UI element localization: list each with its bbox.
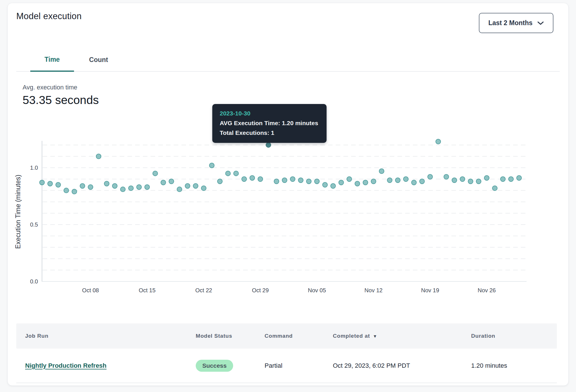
data-point[interactable] (80, 183, 85, 188)
chart-tabs: Time Count (16, 48, 560, 72)
data-point[interactable] (339, 180, 344, 185)
sort-desc-icon: ▼ (373, 334, 377, 338)
data-point[interactable] (460, 177, 465, 181)
tab-count[interactable]: Count (83, 48, 115, 71)
data-point[interactable] (137, 185, 141, 189)
date-range-label: Last 2 Months (488, 19, 533, 27)
data-point[interactable] (161, 180, 166, 185)
data-point[interactable] (428, 174, 433, 179)
data-point[interactable] (193, 183, 198, 188)
data-point[interactable] (48, 181, 53, 186)
chart-tooltip: 2023-10-30 AVG Execution Time: 1.20 minu… (212, 104, 327, 143)
x-tick-label: Oct 29 (252, 287, 269, 293)
data-point[interactable] (347, 177, 352, 181)
data-point[interactable] (177, 187, 182, 192)
page: { "header": { "title": "Model execution"… (0, 0, 576, 392)
data-point[interactable] (217, 179, 222, 184)
data-point[interactable] (517, 175, 521, 180)
data-point[interactable] (420, 179, 425, 184)
data-point[interactable] (250, 175, 255, 180)
y-tick-label: 0.5 (30, 221, 38, 228)
data-point[interactable] (64, 188, 69, 193)
data-point[interactable] (444, 174, 449, 179)
data-point[interactable] (112, 183, 117, 188)
column-header-job-run: Job Run (25, 333, 196, 339)
status-badge: Success (196, 360, 233, 372)
x-tick-label: Nov 12 (365, 287, 383, 293)
x-tick-label: Nov 19 (421, 287, 439, 293)
data-point[interactable] (323, 182, 327, 187)
data-point[interactable] (331, 183, 335, 188)
data-point[interactable] (121, 187, 125, 192)
x-tick-label: Nov 05 (308, 287, 326, 293)
column-header-command: Command (265, 333, 333, 339)
data-point[interactable] (153, 171, 158, 176)
data-point[interactable] (234, 171, 239, 176)
data-point[interactable] (225, 171, 230, 176)
data-point[interactable] (509, 177, 513, 181)
table-header-row: Job Run Model Status Command Completed a… (16, 323, 557, 349)
data-point[interactable] (363, 180, 368, 185)
data-point[interactable] (403, 177, 408, 181)
date-range-selector-button[interactable]: Last 2 Months (479, 13, 553, 33)
column-header-model-status: Model Status (196, 333, 265, 339)
data-point[interactable] (371, 179, 376, 184)
data-point[interactable] (72, 189, 77, 194)
data-point[interactable] (315, 179, 319, 184)
data-point[interactable] (282, 178, 287, 183)
data-point[interactable] (88, 185, 93, 189)
data-point[interactable] (40, 180, 45, 185)
data-point[interactable] (274, 179, 279, 184)
column-header-completed-at[interactable]: Completed at ▼ (333, 333, 471, 339)
x-tick-label: Oct 22 (195, 287, 212, 293)
model-execution-card: Model execution Last 2 Months Time Count… (7, 3, 569, 386)
data-point[interactable] (129, 186, 133, 191)
data-point[interactable] (258, 177, 263, 181)
data-point[interactable] (436, 139, 441, 144)
duration-cell: 1.20 minutes (471, 362, 557, 369)
avg-execution-time-value: 53.35 seconds (23, 93, 99, 107)
tooltip-date: 2023-10-30 (220, 109, 319, 118)
data-point[interactable] (96, 154, 101, 159)
data-point[interactable] (145, 185, 149, 189)
data-point[interactable] (501, 177, 505, 181)
avg-execution-time-label: Avg. execution time (23, 84, 77, 91)
data-point[interactable] (298, 178, 303, 183)
y-axis-title: Execution Time (minutes) (14, 175, 22, 249)
data-point[interactable] (306, 179, 311, 184)
data-point[interactable] (484, 175, 489, 180)
data-point[interactable] (104, 181, 109, 186)
data-point[interactable] (395, 178, 400, 183)
data-point[interactable] (387, 178, 392, 183)
data-point[interactable] (411, 180, 416, 185)
data-point[interactable] (169, 179, 174, 184)
x-tick-label: Nov 26 (478, 287, 496, 293)
x-tick-label: Oct 08 (82, 287, 99, 293)
tab-time[interactable]: Time (30, 48, 74, 72)
table-row: Nightly Production Refresh Success Parti… (16, 349, 557, 383)
page-title: Model execution (16, 11, 82, 21)
data-point-highlighted[interactable] (266, 143, 271, 147)
data-point[interactable] (452, 178, 457, 183)
data-point[interactable] (492, 186, 497, 191)
data-point[interactable] (56, 182, 61, 187)
job-run-link[interactable]: Nightly Production Refresh (25, 362, 107, 369)
execution-scatter-chart[interactable]: 0.00.51.0Oct 08Oct 15Oct 22Oct 29Nov 05N… (8, 123, 569, 300)
completed-at-cell: Oct 29, 2023, 6:02 PM PDT (333, 362, 471, 369)
data-point[interactable] (476, 179, 481, 184)
chevron-down-icon (537, 21, 544, 25)
data-point[interactable] (242, 177, 247, 181)
job-run-cell: Nightly Production Refresh (25, 362, 196, 369)
data-point[interactable] (185, 183, 190, 188)
data-point[interactable] (468, 179, 473, 184)
tooltip-total-executions-line: Total Executions: 1 (220, 128, 319, 138)
data-point[interactable] (379, 169, 384, 173)
data-point[interactable] (201, 186, 206, 191)
data-point[interactable] (209, 163, 214, 168)
model-status-cell: Success (196, 360, 265, 372)
data-point[interactable] (290, 177, 295, 181)
data-point[interactable] (355, 181, 360, 186)
y-tick-label: 0.0 (30, 278, 38, 285)
x-tick-label: Oct 15 (139, 287, 155, 293)
column-header-duration: Duration (471, 333, 557, 339)
